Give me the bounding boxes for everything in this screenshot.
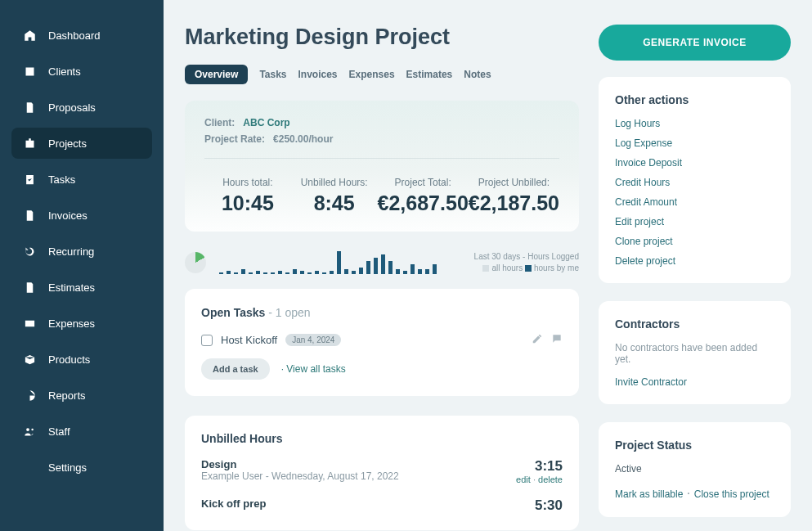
sidebar-item-label: Products [48,353,90,366]
check-icon [23,173,36,186]
metric-project-total: Project Total:€2,687.50 [378,177,469,215]
invite-contractor-link[interactable]: Invite Contractor [615,376,774,388]
summary-card: Client: ABC Corp Project Rate: €250.00/h… [185,101,579,232]
tabs: Overview Tasks Invoices Expenses Estimat… [185,65,579,84]
unbilled-card: Unbilled Hours Design Example User - Wed… [185,416,579,530]
unbilled-item-time: 5:30 [535,497,563,514]
sidebar-item-label: Staff [48,425,70,438]
sidebar-item-estimates[interactable]: Estimates [11,272,152,303]
panel-title: Other actions [615,93,774,106]
rate-label: Project Rate: [204,133,265,145]
id-icon [23,65,36,78]
contractors-panel: Contractors No contractors have been add… [599,301,791,404]
task-date-badge: Jan 4, 2024 [285,334,341,346]
gauge-icon [23,29,36,42]
pie-icon [185,252,206,273]
sidebar-item-label: Expenses [48,317,95,330]
tab-notes[interactable]: Notes [464,69,491,80]
bar-chart [219,251,468,274]
unbilled-title: Unbilled Hours [201,432,563,445]
sidebar-item-expenses[interactable]: Expenses [11,308,152,339]
history-icon [23,245,36,258]
sidebar-item-settings[interactable]: Settings [11,452,152,483]
sidebar-item-label: Invoices [48,209,87,222]
rate-value: €250.00/hour [273,133,333,145]
pencil-icon[interactable] [532,333,543,347]
sidebar-item-label: Recurring [48,245,94,258]
tab-expenses[interactable]: Expenses [349,69,395,80]
legend-all-box [482,265,489,272]
sidebar-item-products[interactable]: Products [11,344,152,375]
page-title: Marketing Design Project [185,25,579,50]
delete-link[interactable]: delete [538,475,563,484]
sidebar-item-reports[interactable]: Reports [11,380,152,411]
task-checkbox[interactable] [201,335,213,346]
file-icon [23,101,36,114]
file-icon [23,281,36,294]
mark-billable-link[interactable]: Mark as billable [615,488,683,500]
client-value[interactable]: ABC Corp [243,117,289,128]
status-value: Active [615,463,774,475]
metric-project-unbilled: Project Unbilled:€2,187.50 [469,177,559,215]
legend-me-box [525,265,532,272]
action-credit-hours[interactable]: Credit Hours [615,177,774,188]
sidebar-item-label: Projects [48,137,87,150]
action-invoice-deposit[interactable]: Invoice Deposit [615,157,774,169]
metric-hours-total: Hours total:10:45 [204,177,291,215]
unbilled-item-title: Kick off prep [201,497,266,510]
edit-link[interactable]: edit [516,475,531,484]
main: Marketing Design Project Overview Tasks … [164,0,812,531]
briefcase-icon [23,137,36,150]
unbilled-row: Kick off prep 5:30 [201,497,563,514]
open-tasks-title: Open Tasks [201,306,265,319]
sidebar-item-label: Settings [48,461,87,474]
chart-caption: Last 30 days - Hours Logged [474,251,579,263]
action-edit-project[interactable]: Edit project [615,216,774,227]
unbilled-item-time: 3:15 [516,458,563,475]
sidebar: Dashboard Clients Proposals Projects Tas… [0,0,164,531]
task-label: Host Kickoff [221,334,277,346]
chart-legend: Last 30 days - Hours Logged all hours ho… [474,251,579,274]
task-row[interactable]: Host Kickoff Jan 4, 2024 [201,325,563,358]
sidebar-item-proposals[interactable]: Proposals [11,92,152,123]
wallet-icon [23,317,36,330]
sliders-icon [23,461,36,474]
sidebar-item-label: Reports [48,389,86,402]
generate-invoice-button[interactable]: GENERATE INVOICE [599,25,791,61]
chart-icon [23,389,36,402]
sidebar-item-label: Proposals [48,101,96,114]
view-all-tasks-link[interactable]: · View all tasks [281,363,346,375]
action-log-hours[interactable]: Log Hours [615,118,774,129]
action-delete-project[interactable]: Delete project [615,255,774,267]
tab-tasks[interactable]: Tasks [259,69,286,80]
sidebar-item-dashboard[interactable]: Dashboard [11,20,152,51]
action-clone-project[interactable]: Clone project [615,236,774,247]
action-log-expense[interactable]: Log Expense [615,137,774,149]
sidebar-item-recurring[interactable]: Recurring [11,236,152,267]
action-credit-amount[interactable]: Credit Amount [615,196,774,208]
tab-overview[interactable]: Overview [185,65,248,84]
sidebar-item-staff[interactable]: Staff [11,416,152,447]
sidebar-item-label: Dashboard [48,29,101,42]
unbilled-item-title: Design [201,458,399,470]
metric-unbilled-hours: Unbilled Hours:8:45 [291,177,378,215]
box-icon [23,353,36,366]
users-icon [23,425,36,438]
file-icon [23,209,36,222]
sidebar-item-label: Tasks [48,173,75,186]
metrics-row: Hours total:10:45 Unbilled Hours:8:45 Pr… [204,177,559,215]
sidebar-item-invoices[interactable]: Invoices [11,200,152,231]
tab-estimates[interactable]: Estimates [406,69,453,80]
sidebar-item-label: Clients [48,65,81,78]
sidebar-item-projects[interactable]: Projects [11,128,152,159]
sidebar-item-tasks[interactable]: Tasks [11,164,152,195]
sidebar-item-label: Estimates [48,281,95,294]
unbilled-row: Design Example User - Wednesday, August … [201,458,563,484]
panel-title: Contractors [615,317,774,331]
comment-icon[interactable] [551,333,563,347]
panel-title: Project Status [615,439,774,452]
close-project-link[interactable]: Close this project [694,488,769,500]
tab-invoices[interactable]: Invoices [298,69,338,80]
add-task-button[interactable]: Add a task [201,358,270,380]
sidebar-item-clients[interactable]: Clients [11,56,152,87]
